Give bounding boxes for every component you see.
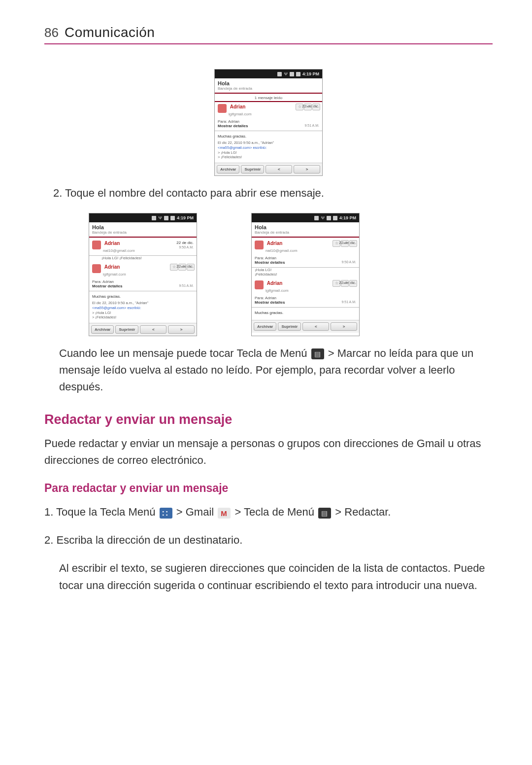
quoted-block: El dic 22, 2010 9:50 a.m., "Adrian" <ma5… bbox=[92, 301, 194, 320]
page-number: 86 bbox=[44, 25, 59, 40]
usb-icon: Ψ bbox=[284, 71, 288, 76]
delete-button[interactable]: Suprimir bbox=[115, 325, 138, 334]
delete-button[interactable]: Suprimir bbox=[278, 322, 301, 331]
signal-icon bbox=[164, 216, 168, 220]
quoted-line: > ¡Felicidades! bbox=[92, 315, 194, 320]
folder-label: Bandeja de entrada bbox=[218, 86, 319, 91]
gmail-label: Gmail bbox=[186, 506, 214, 518]
folder-label: Bandeja de entrada bbox=[92, 230, 194, 235]
text: . bbox=[388, 506, 391, 518]
apps-key-icon bbox=[160, 508, 172, 519]
chevron: > bbox=[234, 506, 244, 518]
page-title: Comunicación bbox=[65, 25, 155, 40]
menu-key-label: Tecla de Menú bbox=[244, 506, 314, 518]
sync-icon bbox=[152, 216, 156, 220]
prev-button[interactable]: < bbox=[266, 165, 292, 174]
message-header[interactable]: Adrian igifgmail.com ☆ ↩ ‹ Para: Adrian … bbox=[215, 102, 322, 131]
sender-name: Adrian bbox=[104, 264, 120, 270]
phone-mock-2: Ψ 4:19 PM Hola Bandeja de entrada Adrian… bbox=[89, 213, 197, 336]
show-details-link[interactable]: Mostrar detalles bbox=[92, 284, 122, 288]
statusbar: Ψ 4:19 PM bbox=[89, 213, 197, 222]
status-time: 4:19 PM bbox=[177, 215, 194, 220]
statusbar: Ψ 4:19 PM bbox=[215, 70, 322, 78]
menu-key-label: Tecla Menú bbox=[100, 506, 156, 518]
show-details-link[interactable]: Mostrar detalles bbox=[255, 260, 285, 265]
divider bbox=[215, 93, 322, 94]
avatar-icon bbox=[255, 241, 264, 249]
divider bbox=[252, 237, 359, 238]
collapsed-message-1[interactable]: Adrian 22 de dic. 9:50 A.M. nat10@gmail.… bbox=[89, 239, 197, 256]
message-date: 22 de dic. bbox=[339, 241, 356, 245]
text: 1. Toque la bbox=[44, 506, 100, 518]
message-preview: ¡Hola LG! ¡Felicidades! bbox=[252, 268, 359, 278]
battery-icon bbox=[296, 72, 300, 76]
thread-title: Hola bbox=[218, 80, 319, 86]
thread-header: Hola Bandeja de entrada bbox=[89, 222, 197, 236]
expanded-message-1[interactable]: Adrian nat10@gmail.com ☆ ↩ ‹ Para: Adria… bbox=[252, 239, 359, 268]
message-time: 9:50 A.M. bbox=[179, 245, 194, 249]
header-rule bbox=[44, 43, 493, 44]
archive-button[interactable]: Archivar bbox=[91, 325, 114, 334]
battery-icon bbox=[333, 216, 337, 220]
to-line: Para: Adrian 22 de dic. bbox=[218, 119, 319, 124]
read-count-row[interactable]: 1 mensaje leído bbox=[215, 95, 322, 102]
avatar-icon bbox=[218, 104, 227, 113]
to-line: Para: Adrian 22 de dic. bbox=[255, 256, 356, 260]
to-label: Para: Adrian bbox=[255, 256, 276, 260]
show-details-link[interactable]: Mostrar detalles bbox=[255, 300, 285, 305]
sender-email: nat10@gmail.com bbox=[103, 248, 194, 253]
thread-title: Hola bbox=[92, 224, 194, 230]
to-label: Para: Adrian bbox=[218, 119, 239, 124]
sender-email: igifgmail.com bbox=[229, 112, 319, 116]
quoted-line: El dic 22, 2010 9:50 a.m., "Adrian" bbox=[92, 301, 194, 306]
next-button[interactable]: > bbox=[331, 322, 357, 331]
message-body: Muchas gracias. bbox=[252, 308, 359, 320]
screenshot-group-1: Ψ 4:19 PM Hola Bandeja de entrada 1 mens… bbox=[44, 69, 493, 176]
sender-email: nat10@gmail.com bbox=[266, 248, 356, 253]
phone-mock-3: Ψ 4:19 PM Hola Bandeja de entrada Adrian… bbox=[251, 213, 360, 336]
list-item-2: 2. Escriba la dirección de un destinatar… bbox=[44, 532, 493, 548]
prev-button[interactable]: < bbox=[302, 322, 329, 331]
step-number: 2. bbox=[53, 187, 62, 199]
expanded-message[interactable]: Adrian igifgmail.com ☆ ↩ ‹ Para: Adrian … bbox=[89, 262, 197, 291]
step-2: 2. Toque el nombre del contacto para abr… bbox=[53, 185, 493, 201]
chevron: > bbox=[335, 506, 344, 518]
sender-name: Adrian bbox=[267, 280, 283, 286]
menu-key-icon bbox=[311, 348, 324, 359]
quoted-line: <ma55@gmail.com> escribió: bbox=[218, 145, 319, 150]
show-details-link[interactable]: Mostrar detalles bbox=[218, 124, 248, 128]
thread-title: Hola bbox=[255, 224, 356, 230]
usb-icon: Ψ bbox=[321, 215, 325, 220]
thread-header: Hola Bandeja de entrada bbox=[252, 222, 359, 236]
prev-button[interactable]: < bbox=[140, 325, 166, 334]
avatar-icon bbox=[92, 264, 101, 273]
message-time: 9:51 A.M. bbox=[304, 124, 319, 128]
menu-key-icon bbox=[318, 508, 331, 519]
quoted-line: <ma55@gmail.com> escribió: bbox=[92, 306, 194, 311]
quoted-line: > ¡Hola LG! bbox=[218, 150, 319, 155]
to-line: Para: Adrian 22 de dic. bbox=[92, 279, 194, 284]
status-time: 4:19 PM bbox=[339, 215, 356, 220]
message-date: 22 de dic. bbox=[339, 280, 356, 285]
delete-button[interactable]: Suprimir bbox=[241, 165, 264, 174]
compose-label: Redactar bbox=[344, 506, 388, 518]
archive-button[interactable]: Archivar bbox=[254, 322, 276, 331]
archive-button[interactable]: Archivar bbox=[217, 165, 239, 174]
page-header: 86 Comunicación bbox=[44, 25, 493, 40]
body-greeting: Muchas gracias. bbox=[255, 311, 356, 315]
body-greeting: Muchas gracias. bbox=[218, 134, 319, 139]
expanded-message-2[interactable]: Adrian igifgmail.com ☆ ↩ ‹ Para: Adrian … bbox=[252, 278, 359, 308]
divider bbox=[89, 237, 197, 238]
status-time: 4:19 PM bbox=[302, 71, 319, 76]
to-label: Para: Adrian bbox=[255, 296, 276, 300]
sync-icon bbox=[314, 216, 319, 220]
next-button[interactable]: > bbox=[294, 165, 320, 174]
screenshot-group-2: Ψ 4:19 PM Hola Bandeja de entrada Adrian… bbox=[89, 213, 493, 336]
battery-icon bbox=[170, 216, 175, 220]
next-button[interactable]: > bbox=[168, 325, 195, 334]
message-date: 22 de dic. bbox=[176, 241, 194, 245]
phone-mock-1: Ψ 4:19 PM Hola Bandeja de entrada 1 mens… bbox=[214, 69, 323, 176]
thread-header: Hola Bandeja de entrada bbox=[215, 78, 322, 92]
list-item-2-desc: Al escribir el texto, se sugieren direcc… bbox=[59, 560, 493, 593]
signal-icon bbox=[290, 72, 294, 76]
